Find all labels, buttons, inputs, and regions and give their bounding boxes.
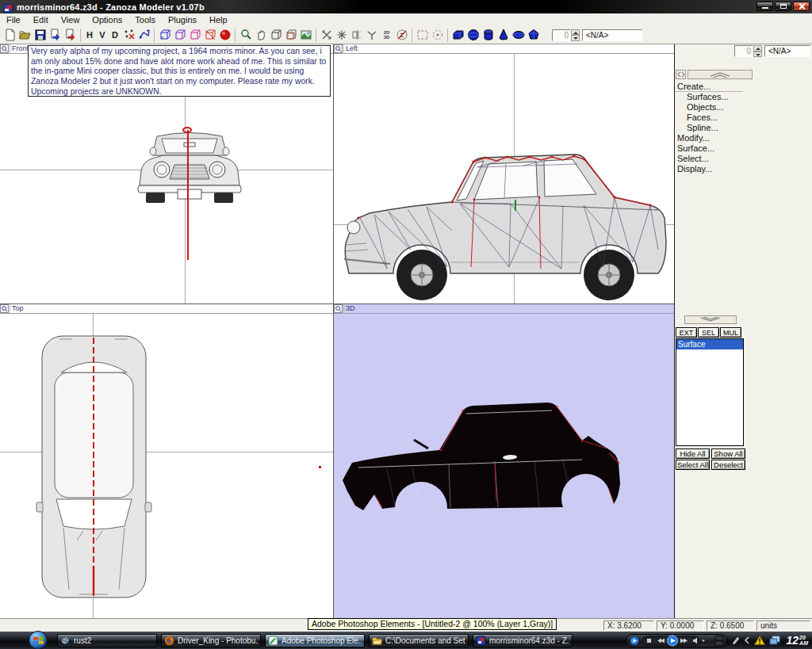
toolbar-spinner-value[interactable]: 0 — [552, 29, 571, 41]
save-icon[interactable] — [33, 28, 48, 43]
toggle-2d3d-icon[interactable]: 2D 3D — [379, 28, 394, 43]
new-file-icon[interactable] — [2, 28, 17, 43]
toolbar-spinner-arrows[interactable] — [571, 29, 580, 41]
edges-mode-icon[interactable] — [136, 28, 151, 43]
panel-spinner-value[interactable]: 0 — [734, 45, 753, 57]
viewport-zoom-icon[interactable] — [334, 304, 343, 313]
tree-item-spline[interactable]: Spline... — [675, 123, 812, 133]
z-axis-lock-icon[interactable]: Z — [394, 28, 409, 43]
view-v-button[interactable]: V — [96, 28, 109, 43]
warning-tray-icon[interactable] — [754, 636, 765, 645]
menu-plugins[interactable]: Plugins — [162, 13, 203, 26]
deselect-button[interactable]: Deselect — [711, 460, 745, 470]
taskbar-tooltip: Adobe Photoshop Elements - [Untitled-2 @… — [308, 618, 557, 630]
pen-input-tray-icon[interactable] — [731, 636, 740, 645]
view-h-button[interactable]: H — [83, 28, 96, 43]
primitive-sphere-icon[interactable] — [465, 28, 481, 43]
import-icon[interactable] — [48, 28, 63, 43]
tab-ext[interactable]: EXT — [676, 327, 697, 338]
move-tool-icon[interactable] — [319, 28, 334, 43]
hide-all-button[interactable]: Hide All — [676, 449, 710, 459]
minimize-button[interactable] — [756, 2, 773, 11]
menu-help[interactable]: Help — [203, 13, 234, 26]
panel-spinner-arrows[interactable] — [753, 45, 762, 57]
viewport-3d[interactable]: 3D — [334, 304, 674, 618]
select-rectangle-icon[interactable] — [415, 28, 430, 43]
media-player-toolbar[interactable] — [626, 634, 727, 647]
menu-file[interactable]: File — [0, 13, 27, 26]
scale-tool-icon[interactable] — [334, 28, 349, 43]
primitive-ellipsoid-icon[interactable] — [511, 28, 526, 43]
menu-options[interactable]: Options — [86, 13, 128, 26]
viewport-zoom-icon[interactable] — [334, 44, 343, 53]
task-buttons: rust2 Driver_King - Photobu... Adobe Pho… — [57, 634, 573, 647]
primitive-box-icon[interactable] — [450, 28, 465, 43]
bend-tool-icon[interactable] — [364, 28, 379, 43]
viewport-top[interactable]: Top — [0, 304, 333, 618]
tree-item-objects[interactable]: Objects... — [675, 102, 812, 113]
volume-dropdown-icon — [702, 639, 705, 642]
wireframe-cube-blue-icon[interactable] — [157, 28, 172, 43]
primitive-cylinder-icon[interactable] — [481, 28, 496, 43]
wireframe-cube-pink-icon[interactable] — [187, 28, 202, 43]
menu-tools[interactable]: Tools — [128, 13, 162, 26]
open-file-icon[interactable] — [17, 28, 33, 43]
select-all-button[interactable]: Select All — [676, 460, 710, 470]
clock-ampm: AM — [799, 640, 808, 646]
viewport-divider-vertical[interactable] — [333, 44, 334, 618]
collapse-down-button[interactable] — [684, 315, 737, 324]
task-label: Adobe Photoshop Ele... — [282, 636, 362, 645]
render-sphere-icon[interactable] — [217, 28, 232, 43]
network-tray-icon[interactable] — [769, 636, 780, 645]
viewport-zoom-icon[interactable] — [0, 44, 9, 53]
menu-view[interactable]: View — [55, 13, 86, 26]
zoom-region-cube-icon[interactable] — [283, 28, 298, 43]
scene-preview-icon[interactable] — [298, 28, 313, 43]
taskbar-item-explorer[interactable]: C:\Documents and Set... — [369, 634, 469, 647]
viewport-left[interactable]: Left — [334, 44, 674, 304]
toolbar-material-dropdown[interactable]: <N/A> — [582, 29, 642, 41]
surface-list[interactable]: Surface — [676, 338, 744, 446]
annotation-note: Very early alpha of my upcoming project,… — [28, 45, 331, 97]
taskbar-item-rust2[interactable]: rust2 — [57, 634, 157, 647]
tab-sel[interactable]: SEL — [698, 327, 719, 338]
wireframe-cube-red-icon[interactable] — [202, 28, 217, 43]
tree-item-faces[interactable]: Faces... — [675, 113, 812, 123]
pan-tool-icon[interactable] — [253, 28, 268, 43]
close-button[interactable] — [793, 2, 810, 11]
export-icon[interactable] — [63, 28, 78, 43]
tray-expand-chevron-icon[interactable] — [744, 636, 750, 644]
taskbar-clock[interactable]: 12 20 AM — [787, 634, 808, 647]
collapse-handle-icon[interactable] — [676, 70, 686, 79]
toolbar-spinner[interactable]: 0 — [552, 29, 580, 41]
taskbar-item-photoshop[interactable]: Adobe Photoshop Ele... — [265, 634, 365, 647]
primitive-cone-icon[interactable] — [496, 28, 511, 43]
list-item-surface[interactable]: Surface — [676, 339, 743, 349]
collapse-up-button[interactable] — [688, 70, 753, 79]
rotate-view-cube-icon[interactable] — [268, 28, 283, 43]
tree-item-display[interactable]: Display... — [675, 164, 812, 174]
start-button[interactable] — [29, 631, 48, 649]
zoom-tool-icon[interactable] — [238, 28, 253, 43]
viewport-front[interactable]: Front Very early alpha of my upcoming pr… — [0, 44, 333, 304]
taskbar-item-firefox[interactable]: Driver_King - Photobu... — [161, 634, 261, 647]
show-all-button[interactable]: Show All — [711, 449, 745, 459]
tree-item-surface[interactable]: Surface... — [675, 143, 812, 154]
tree-item-modify[interactable]: Modify... — [675, 133, 812, 143]
viewport-zoom-icon[interactable] — [0, 304, 9, 313]
vertices-mode-icon[interactable] — [121, 28, 136, 43]
mirror-tool-icon[interactable] — [349, 28, 364, 43]
view-d-button[interactable]: D — [109, 28, 121, 43]
wireframe-cube-purple-icon[interactable] — [172, 28, 187, 43]
menu-edit[interactable]: Edit — [27, 13, 55, 26]
panel-spinner[interactable]: 0 — [734, 45, 762, 57]
maximize-button[interactable] — [775, 2, 791, 11]
taskbar-item-zmodeler[interactable]: morrisminor64.z3d - Z... — [473, 634, 573, 647]
tree-item-surfaces[interactable]: Surfaces... — [675, 92, 812, 102]
select-circle-icon[interactable] — [430, 28, 445, 43]
tree-item-select[interactable]: Select... — [675, 154, 812, 164]
panel-material-dropdown[interactable]: <N/A> — [764, 45, 810, 57]
tab-mul[interactable]: MUL — [720, 327, 741, 338]
primitive-geosphere-icon[interactable] — [526, 28, 541, 43]
tree-item-create[interactable]: Create... — [675, 82, 743, 92]
